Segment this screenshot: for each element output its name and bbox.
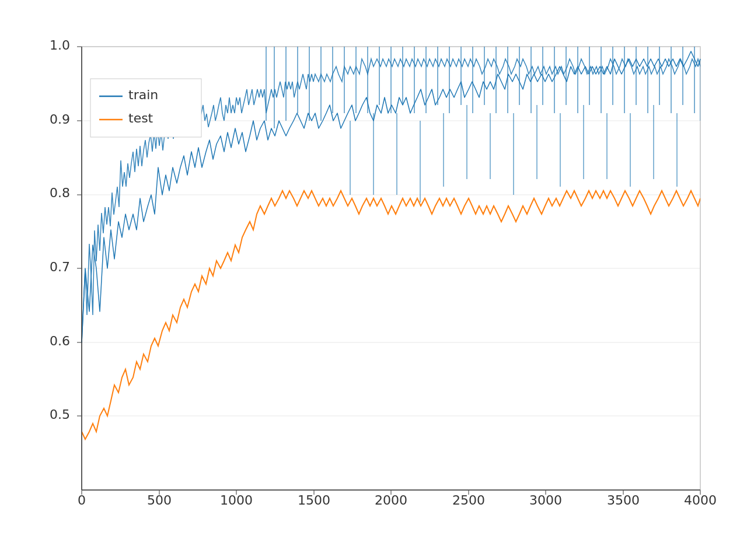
svg-text:2500: 2500: [452, 493, 485, 508]
svg-text:1000: 1000: [220, 493, 253, 508]
chart-container: 0 500 1000 1500 2000 2500 3000 3500 4000…: [23, 23, 724, 537]
svg-text:0.9: 0.9: [50, 112, 70, 127]
legend-test-label: test: [128, 111, 153, 125]
svg-text:4000: 4000: [684, 493, 717, 508]
svg-text:0.5: 0.5: [50, 407, 70, 422]
svg-text:3000: 3000: [529, 493, 562, 508]
svg-text:2000: 2000: [375, 493, 407, 508]
svg-text:500: 500: [147, 493, 172, 508]
svg-text:0.8: 0.8: [50, 186, 70, 200]
svg-text:1500: 1500: [298, 493, 330, 508]
svg-text:0.7: 0.7: [50, 260, 70, 274]
svg-text:1.0: 1.0: [50, 38, 70, 52]
svg-text:0.6: 0.6: [50, 334, 70, 348]
svg-text:3500: 3500: [607, 493, 640, 508]
svg-text:0: 0: [78, 493, 86, 508]
legend-train-label: train: [128, 88, 158, 102]
